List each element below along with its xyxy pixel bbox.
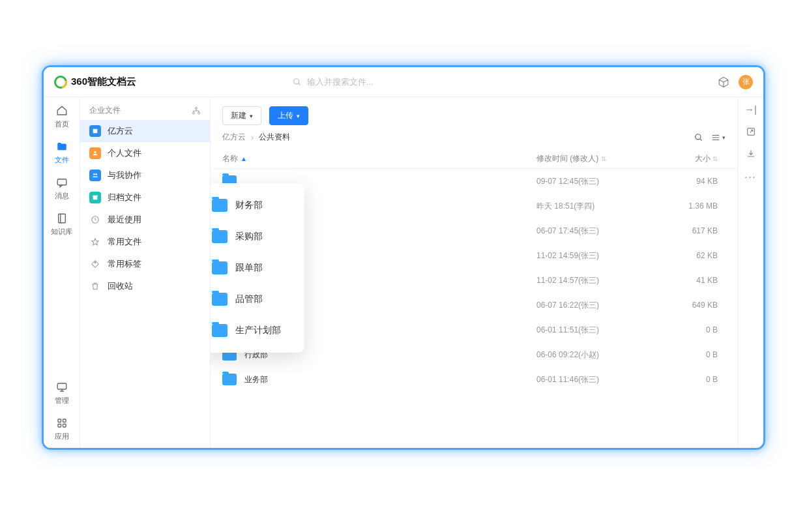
popup-folder-item[interactable]: 品管部 [211, 284, 304, 315]
header-right: 张 [718, 75, 753, 89]
tree-item-label: 最近使用 [108, 214, 141, 226]
svg-rect-10 [58, 424, 61, 428]
right-rail: →| ··· [737, 67, 763, 448]
tree-header: 企业文件 [80, 100, 210, 120]
popup-folder-label: 生产计划部 [235, 325, 281, 336]
svg-rect-3 [58, 214, 65, 223]
nav-apps[interactable]: 应用 [44, 412, 80, 448]
nav-label: 知识库 [51, 227, 72, 237]
tree-item[interactable]: 最近使用 [80, 209, 210, 231]
star-icon [89, 236, 101, 248]
chevron-right-icon: › [251, 133, 254, 142]
nav-files[interactable]: 文件 [44, 136, 80, 171]
chat-icon [56, 177, 68, 188]
svg-rect-19 [93, 196, 98, 200]
nav-messages[interactable]: 消息 [44, 171, 80, 207]
sort-icon: ⇅ [601, 155, 606, 162]
file-time: 11-02 14:59(张三) [536, 250, 667, 261]
column-size[interactable]: 大小 ⇅ [667, 153, 726, 164]
table-body: 财务部 采购部 跟单部 品管部 生产计划部 09-07 12:45(张三) 94… [211, 169, 737, 448]
folder-icon [212, 324, 227, 337]
tree-header-label: 企业文件 [89, 105, 121, 116]
tree-item[interactable]: 亿方云 [80, 120, 210, 142]
search-input[interactable]: 输入并搜索文件... [293, 76, 374, 88]
file-time: 06-01 11:51(张三) [536, 325, 667, 336]
file-size: 0 B [667, 375, 726, 384]
new-button[interactable]: 新建▾ [222, 106, 261, 125]
download-icon[interactable] [746, 149, 756, 159]
file-time: 06-07 16:22(张三) [536, 300, 667, 311]
tree-item[interactable]: 个人文件 [80, 142, 210, 164]
svg-point-18 [95, 173, 97, 175]
file-time: 06-06 09:22(小赵) [536, 349, 667, 361]
app-window: 360智能文档云 输入并搜索文件... 张 首页 文件 消息 知识库 管理 应 [42, 65, 765, 450]
folder-icon [212, 261, 227, 274]
breadcrumb-current: 公共资料 [259, 132, 290, 143]
file-time: 11-02 14:57(张三) [536, 275, 667, 286]
toolbar: 新建▾ 上传▾ [211, 100, 737, 129]
tag-icon [89, 258, 101, 270]
list-view-icon[interactable]: ▾ [711, 133, 726, 142]
popup-folder-item[interactable]: 跟单部 [211, 252, 304, 284]
popup-folder-item[interactable]: 财务部 [211, 190, 304, 221]
grid-icon [56, 417, 68, 429]
table-row[interactable]: 业务部 06-01 11:46(张三) 0 B [211, 367, 737, 392]
folder-icon [212, 230, 227, 243]
trash-icon [89, 280, 101, 292]
popup-folder-label: 财务部 [235, 200, 263, 211]
avatar[interactable]: 张 [739, 75, 753, 89]
breadcrumb: 亿方云 › 公共资料 ▾ [211, 129, 737, 149]
tree-item-label: 与我协作 [108, 170, 141, 181]
file-size: 94 KB [667, 177, 726, 186]
person-icon [89, 147, 101, 159]
file-size: 649 KB [667, 301, 726, 310]
org-chart-icon[interactable] [192, 106, 201, 115]
svg-point-23 [696, 134, 701, 139]
table-header: 名称▲ 修改时间 (修改人) ⇅ 大小 ⇅ [211, 149, 737, 169]
svg-rect-15 [93, 129, 98, 134]
tree-item[interactable]: 回收站 [80, 275, 210, 297]
more-icon[interactable]: ··· [744, 171, 757, 182]
tree-item[interactable]: 与我协作 [80, 164, 210, 186]
column-name[interactable]: 名称▲ [222, 153, 536, 164]
popup-folder-item[interactable]: 生产计划部 [211, 315, 304, 346]
book-icon [56, 213, 68, 224]
tree-item[interactable]: 常用文件 [80, 231, 210, 253]
tree-item[interactable]: 常用标签 [80, 253, 210, 275]
share-icon[interactable] [746, 126, 756, 137]
svg-point-0 [294, 78, 299, 83]
svg-line-24 [700, 138, 702, 140]
nav-knowledge[interactable]: 知识库 [44, 207, 80, 243]
folder-tree: 企业文件 亿方云 个人文件 与我协作 归档文件 最近使用 常用文件 常用标签 回… [80, 67, 211, 448]
logo: 360智能文档云 [54, 76, 136, 89]
sort-asc-icon: ▲ [241, 155, 247, 162]
tree-item-label: 亿方云 [108, 125, 133, 137]
file-time: 06-01 11:46(张三) [536, 374, 667, 385]
caret-down-icon: ▾ [250, 113, 253, 119]
breadcrumb-root[interactable]: 亿方云 [222, 132, 246, 143]
svg-rect-11 [63, 424, 66, 428]
svg-point-12 [196, 107, 198, 109]
svg-point-14 [198, 112, 200, 114]
search-icon[interactable] [694, 133, 703, 142]
folder-icon [222, 374, 237, 385]
upload-button[interactable]: 上传▾ [269, 106, 308, 125]
archive-icon [89, 192, 101, 203]
popup-folder-item[interactable]: 采购部 [211, 221, 304, 252]
file-size: 0 B [667, 350, 726, 359]
popup-folder-label: 采购部 [235, 231, 263, 243]
folder-icon [212, 199, 227, 212]
nav-manage[interactable]: 管理 [44, 376, 80, 412]
clock-icon [89, 214, 101, 226]
column-time[interactable]: 修改时间 (修改人) ⇅ [536, 153, 667, 164]
sort-icon: ⇅ [712, 155, 718, 162]
nav-label: 应用 [55, 432, 69, 441]
nav-home[interactable]: 首页 [44, 100, 80, 136]
svg-point-17 [93, 173, 95, 175]
file-time: 09-07 12:45(张三) [536, 176, 667, 187]
cube-icon[interactable] [718, 76, 729, 88]
collapse-icon[interactable]: →| [744, 104, 757, 115]
logo-text: 360智能文档云 [71, 76, 136, 88]
tree-item[interactable]: 归档文件 [80, 186, 210, 209]
search-placeholder: 输入并搜索文件... [307, 76, 374, 88]
